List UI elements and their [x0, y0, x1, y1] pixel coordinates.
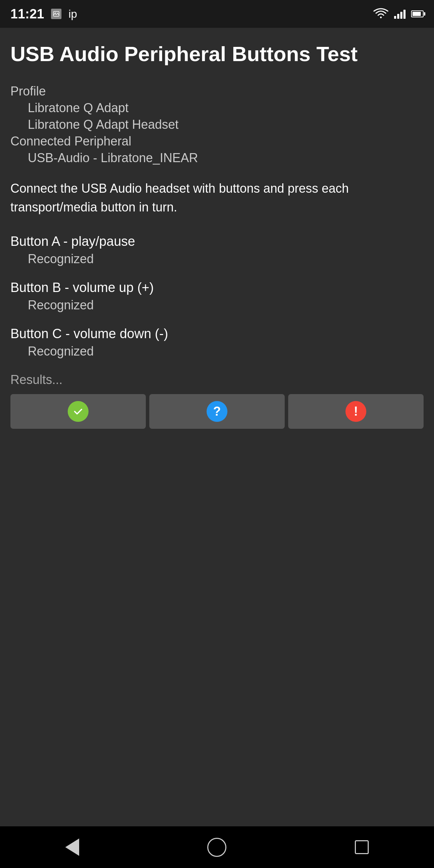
- fail-button[interactable]: !: [288, 394, 424, 429]
- status-bar: 11:21 ip: [0, 0, 434, 28]
- wifi-icon: [373, 8, 389, 20]
- action-buttons: ? !: [10, 394, 424, 429]
- button-c-section: Button C - volume down (-) Recognized: [10, 326, 424, 359]
- profile-value-2: Libratone Q Adapt Headset: [10, 117, 424, 132]
- button-a-status: Recognized: [10, 252, 424, 266]
- instruction-text: Connect the USB Audio headset with butto…: [10, 179, 424, 217]
- button-b-status: Recognized: [10, 298, 424, 312]
- profile-value-1: Libratone Q Adapt: [10, 101, 424, 115]
- status-right-icons: [373, 8, 424, 20]
- status-left: 11:21 ip: [10, 7, 77, 22]
- page-title: USB Audio Peripheral Buttons Test: [10, 42, 424, 67]
- button-c-status: Recognized: [10, 344, 424, 359]
- back-icon: [65, 838, 79, 856]
- unknown-button[interactable]: ?: [149, 394, 285, 429]
- signal-icon: [394, 9, 406, 19]
- peripheral-value: USB-Audio - Libratone_INEAR: [10, 151, 424, 165]
- button-c-name: Button C - volume down (-): [10, 326, 424, 341]
- pass-button[interactable]: [10, 394, 146, 429]
- recents-icon: [355, 840, 369, 854]
- unknown-icon: ?: [207, 401, 227, 422]
- button-a-name: Button A - play/pause: [10, 234, 424, 249]
- image-icon: [51, 9, 61, 19]
- nav-bar: [0, 826, 434, 868]
- fail-icon: !: [345, 401, 366, 422]
- status-time: 11:21: [10, 7, 44, 22]
- results-label: Results...: [10, 373, 424, 387]
- profile-label: Profile: [10, 84, 424, 99]
- ip-label: ip: [68, 8, 77, 20]
- connected-peripheral-label: Connected Peripheral: [10, 134, 424, 149]
- info-section: Profile Libratone Q Adapt Libratone Q Ad…: [10, 84, 424, 165]
- battery-icon: [411, 10, 424, 17]
- main-content: USB Audio Peripheral Buttons Test Profil…: [0, 28, 434, 826]
- nav-home-button[interactable]: [203, 833, 231, 861]
- button-b-section: Button B - volume up (+) Recognized: [10, 280, 424, 312]
- nav-back-button[interactable]: [58, 833, 86, 861]
- pass-icon: [68, 401, 89, 422]
- button-a-section: Button A - play/pause Recognized: [10, 234, 424, 266]
- battery-fill: [412, 12, 421, 16]
- home-icon: [207, 838, 226, 857]
- button-b-name: Button B - volume up (+): [10, 280, 424, 295]
- nav-recents-button[interactable]: [348, 833, 376, 861]
